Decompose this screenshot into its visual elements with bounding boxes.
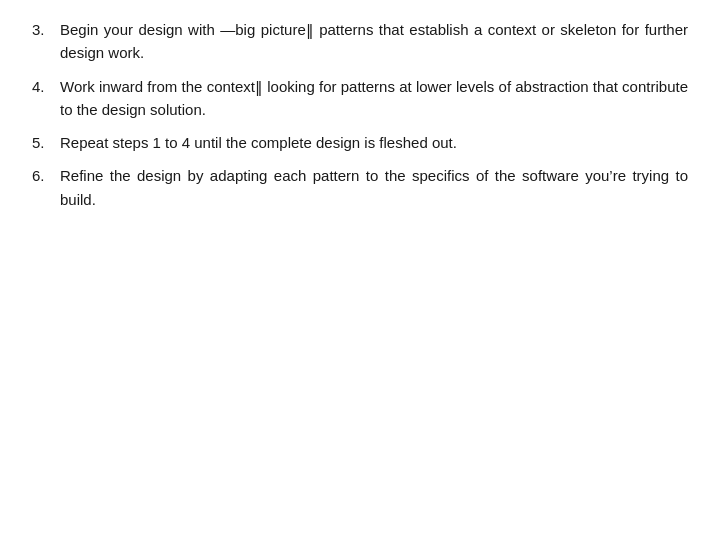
list-text-5: Repeat steps 1 to 4 until the complete d…: [60, 131, 688, 154]
list-item-3: 3. Begin your design with —big picture‖ …: [32, 18, 688, 65]
list-text-4: Work inward from the context‖ looking fo…: [60, 75, 688, 122]
list-item-4: 4. Work inward from the context‖ looking…: [32, 75, 688, 122]
list-text-6: Refine the design by adapting each patte…: [60, 164, 688, 211]
list-item-5: 5. Repeat steps 1 to 4 until the complet…: [32, 131, 688, 154]
list-number-6: 6.: [32, 164, 60, 211]
list-item-6: 6. Refine the design by adapting each pa…: [32, 164, 688, 211]
main-content: 3. Begin your design with —big picture‖ …: [0, 0, 720, 239]
list-number-4: 4.: [32, 75, 60, 122]
list-number-3: 3.: [32, 18, 60, 65]
list-number-5: 5.: [32, 131, 60, 154]
list-text-3: Begin your design with —big picture‖ pat…: [60, 18, 688, 65]
